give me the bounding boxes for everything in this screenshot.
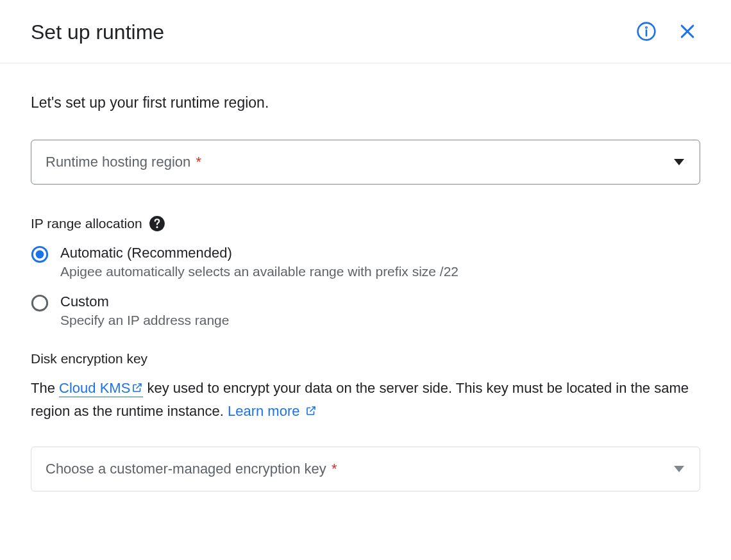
encryption-key-label: Choose a customer-managed encryption key… — [46, 461, 337, 477]
intro-text: Let's set up your first runtime region. — [31, 94, 700, 111]
radio-unselected-icon — [31, 294, 49, 312]
header-actions — [634, 19, 700, 45]
encryption-description: The Cloud KMS key used to encrypt your d… — [31, 377, 700, 424]
help-icon[interactable] — [149, 215, 165, 232]
info-button[interactable] — [634, 19, 659, 45]
close-button[interactable] — [675, 19, 700, 45]
ip-range-heading: IP range allocation — [31, 215, 700, 232]
radio-automatic-label: Automatic (Recommended) — [60, 245, 700, 261]
dialog-header: Set up runtime — [0, 0, 731, 63]
radio-automatic-desc: Apigee automatically selects an availabl… — [60, 264, 700, 279]
dropdown-arrow-icon — [674, 463, 684, 475]
dialog-title: Set up runtime — [31, 21, 164, 44]
encryption-heading: Disk encryption key — [31, 351, 700, 366]
external-link-icon — [305, 400, 317, 424]
cloud-kms-link[interactable]: Cloud KMS — [59, 380, 143, 397]
learn-more-link[interactable]: Learn more — [228, 403, 317, 419]
svg-point-6 — [156, 226, 158, 228]
info-icon — [636, 21, 657, 44]
radio-automatic[interactable]: Automatic (Recommended) Apigee automatic… — [31, 245, 700, 279]
svg-point-2 — [646, 27, 646, 28]
runtime-region-select[interactable]: Runtime hosting region * — [31, 140, 700, 185]
dialog-content: Let's set up your first runtime region. … — [0, 63, 731, 491]
runtime-region-label: Runtime hosting region * — [46, 154, 201, 170]
external-link-icon — [131, 377, 143, 400]
close-icon — [678, 22, 697, 43]
dropdown-arrow-icon — [674, 156, 684, 168]
svg-point-8 — [36, 251, 44, 259]
radio-custom[interactable]: Custom Specify an IP address range — [31, 293, 700, 328]
radio-custom-label: Custom — [60, 293, 700, 310]
svg-point-9 — [32, 295, 47, 310]
radio-selected-icon — [31, 245, 49, 263]
encryption-key-select[interactable]: Choose a customer-managed encryption key… — [31, 447, 700, 491]
radio-custom-desc: Specify an IP address range — [60, 313, 700, 328]
ip-range-radio-group: Automatic (Recommended) Apigee automatic… — [31, 245, 700, 328]
